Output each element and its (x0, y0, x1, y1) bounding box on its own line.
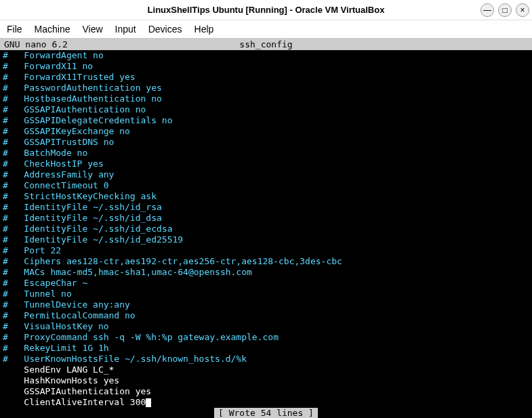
editor-line: # ForwardX11Trusted yes (3, 72, 529, 83)
window-controls: — □ × (480, 3, 529, 17)
editor-line: # ForwardX11 no (3, 61, 529, 72)
editor-line: # BatchMode no (3, 148, 529, 159)
menu-machine[interactable]: Machine (35, 24, 70, 35)
terminal-editor[interactable]: # ForwardAgent no# ForwardX11 no# Forwar… (0, 50, 532, 408)
editor-line: # StrictHostKeyChecking ask (3, 191, 529, 202)
editor-line: # MACs hmac-md5,hmac-sha1,umac-64@openss… (3, 267, 529, 278)
editor-line: # VisualHostKey no (3, 321, 529, 332)
editor-line: SendEnv LANG LC_* (3, 364, 529, 375)
editor-line: # HostbasedAuthentication no (3, 93, 529, 104)
editor-line: # IdentityFile ~/.ssh/id_rsa (3, 202, 529, 213)
window-title: LinuxShellTips Ubuntu [Running] - Oracle… (148, 5, 385, 15)
editor-line: # GSSAPIKeyExchange no (3, 126, 529, 137)
nano-status-bar: [ Wrote 54 lines ] (0, 408, 532, 418)
nano-status-message: [ Wrote 54 lines ] (214, 408, 318, 418)
editor-line: # UserKnownHostsFile ~/.ssh/known_hosts.… (3, 354, 529, 364)
maximize-button[interactable]: □ (498, 3, 512, 17)
editor-line: # AddressFamily any (3, 169, 529, 180)
editor-line: # TunnelDevice any:any (3, 299, 529, 310)
nano-header: GNU nano 6.2 ssh_config (0, 38, 532, 50)
editor-line: # RekeyLimit 1G 1h (3, 343, 529, 354)
editor-line: # IdentityFile ~/.ssh/id_ed25519 (3, 234, 529, 245)
editor-line: # ProxyCommand ssh -q -W %h:%p gateway.e… (3, 332, 529, 343)
editor-line: # PasswordAuthentication yes (3, 83, 529, 93)
editor-line: # Port 22 (3, 245, 529, 256)
editor-line: # GSSAPIDelegateCredentials no (3, 115, 529, 126)
editor-line: # GSSAPIAuthentication no (3, 104, 529, 115)
menu-devices[interactable]: Devices (148, 24, 182, 35)
menu-input[interactable]: Input (115, 24, 136, 35)
text-cursor (146, 398, 151, 407)
editor-line: # IdentityFile ~/.ssh/id_ecdsa (3, 224, 529, 234)
minimize-button[interactable]: — (480, 3, 494, 17)
menu-help[interactable]: Help (195, 24, 214, 35)
editor-line: # CheckHostIP yes (3, 159, 529, 169)
nano-app-name: GNU nano 6.2 (4, 39, 68, 49)
editor-line: HashKnownHosts yes (3, 375, 529, 386)
menu-file[interactable]: File (7, 24, 22, 35)
editor-line: # Ciphers aes128-ctr,aes192-ctr,aes256-c… (3, 256, 529, 267)
window-titlebar: LinuxShellTips Ubuntu [Running] - Oracle… (0, 0, 532, 20)
editor-line: GSSAPIAuthentication yes (3, 386, 529, 397)
editor-line: # ConnectTimeout 0 (3, 180, 529, 191)
menubar: File Machine View Input Devices Help (0, 20, 532, 38)
editor-line: # GSSAPITrustDNS no (3, 137, 529, 148)
editor-line: # Tunnel no (3, 289, 529, 299)
editor-line: # IdentityFile ~/.ssh/id_dsa (3, 213, 529, 224)
editor-line: # ForwardAgent no (3, 50, 529, 61)
editor-line: # PermitLocalCommand no (3, 310, 529, 321)
editor-line: ClientAliveInterval 300 (3, 397, 529, 408)
close-button[interactable]: × (516, 3, 529, 17)
nano-filename: ssh_config (239, 39, 292, 49)
menu-view[interactable]: View (82, 24, 102, 35)
editor-line: # EscapeChar ~ (3, 278, 529, 289)
